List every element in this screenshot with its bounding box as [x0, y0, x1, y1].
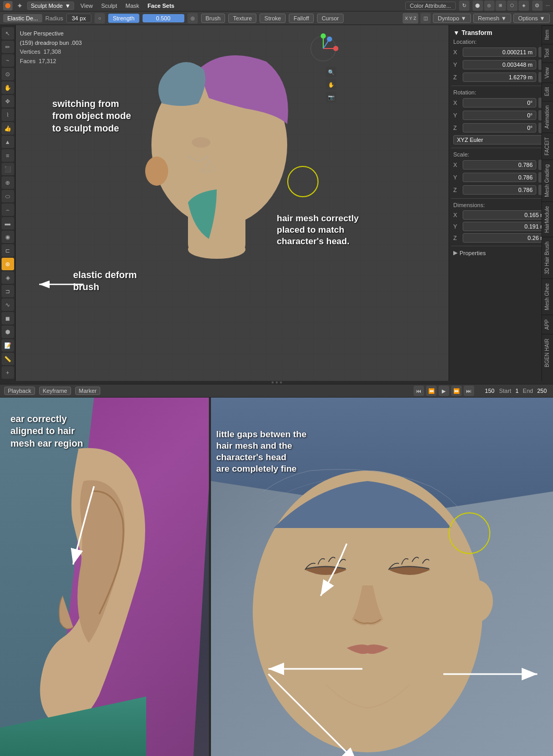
tool-topology[interactable]: ◈: [2, 271, 14, 284]
tab-tool[interactable]: Tool: [542, 44, 553, 62]
marker-btn[interactable]: Marker: [75, 387, 100, 395]
brush-name-label[interactable]: Elastic De...: [3, 14, 42, 22]
location-z[interactable]: 1.6279 m: [463, 73, 536, 82]
dim-x[interactable]: 0.165 m: [463, 210, 549, 220]
dim-y[interactable]: 0.191 m: [463, 222, 549, 231]
tool-clay-strips[interactable]: ≡: [2, 149, 14, 162]
main-viewport[interactable]: User Perspective (159) dreadrop bun .003…: [16, 25, 449, 381]
gizmo-icon-2[interactable]: ◎: [484, 1, 495, 11]
tab-mesh-grading[interactable]: Mesh Grading: [542, 160, 553, 201]
pressure-icon[interactable]: ◎: [187, 13, 198, 23]
tool-cloth[interactable]: ∿: [2, 298, 14, 311]
divider-3: [451, 198, 551, 199]
brush-dropdown[interactable]: Brush: [201, 14, 226, 23]
blender-icon[interactable]: [3, 1, 13, 10]
tool-boundary[interactable]: ⊐: [2, 285, 14, 297]
location-y[interactable]: 0.003448 m: [463, 60, 536, 69]
tool-face-sets[interactable]: ⬢: [2, 326, 14, 338]
tool-blob[interactable]: ⬭: [2, 190, 14, 202]
radius-value[interactable]: 34 px: [66, 14, 91, 23]
tab-app[interactable]: APP: [542, 315, 553, 334]
camera-icon[interactable]: 📷: [326, 92, 336, 102]
tool-mask[interactable]: ◼: [2, 312, 14, 325]
color-attr-button[interactable]: Color Attribute...: [405, 2, 456, 10]
playback-btn[interactable]: Playback: [4, 387, 35, 395]
brush-toolbar: Elastic De... Radius 34 px ○ Strength 0.…: [0, 11, 553, 25]
tool-cursor[interactable]: ↖: [2, 27, 14, 40]
dim-z[interactable]: 0.26 m: [463, 233, 549, 243]
tool-pinch[interactable]: ⊙: [2, 68, 14, 80]
xyz-gizmo[interactable]: X Y Z: [403, 13, 418, 23]
prev-frame-icon[interactable]: ⏪: [426, 386, 437, 396]
strength-slider[interactable]: 0.500: [143, 14, 184, 22]
properties-label[interactable]: Properties: [460, 250, 486, 256]
gizmo-icon-4[interactable]: ⬡: [507, 1, 517, 11]
tool-annotation[interactable]: 📝: [2, 339, 14, 352]
rotation-x[interactable]: 0°: [463, 98, 536, 107]
settings-icon[interactable]: ⚙: [532, 1, 543, 11]
menu-mask[interactable]: Mask: [123, 3, 141, 9]
dyntopo-btn[interactable]: Dyntopo ▼: [433, 14, 471, 23]
sync-icon[interactable]: ↻: [459, 1, 469, 11]
tab-view[interactable]: View: [542, 63, 553, 83]
tab-faceit[interactable]: FACEIT: [542, 133, 553, 160]
strength-btn[interactable]: Strength: [108, 14, 139, 23]
tool-smooth[interactable]: ~: [2, 54, 14, 67]
scale-y[interactable]: 0.786: [463, 173, 536, 182]
tool-fill[interactable]: ◉: [2, 231, 14, 243]
rotation-mode[interactable]: XYZ Euler: [453, 135, 549, 145]
gizmo-icon-5[interactable]: ◈: [519, 1, 529, 11]
tab-bgen-hair[interactable]: BGEN HAIR: [542, 334, 553, 371]
end-value[interactable]: 250: [535, 388, 549, 394]
gizmo-icon-3[interactable]: ⊞: [496, 1, 506, 11]
tab-animation[interactable]: Animation: [542, 101, 553, 133]
tool-draw[interactable]: ✏: [2, 41, 14, 53]
next-frame-icon[interactable]: ⏩: [451, 386, 462, 396]
tool-scrape[interactable]: ⊏: [2, 244, 14, 257]
tool-move[interactable]: ✥: [2, 95, 14, 107]
gizmo-icon-1[interactable]: ⬤: [473, 1, 483, 11]
play-fwd-icon[interactable]: ⏭: [464, 386, 474, 396]
start-value[interactable]: 1: [513, 388, 521, 394]
menu-face-sets[interactable]: Face Sets: [146, 3, 177, 9]
cursor-dropdown[interactable]: Cursor: [317, 14, 344, 23]
tab-mesh-ghee[interactable]: Mesh Ghee: [542, 279, 553, 315]
tab-hairmodule[interactable]: HairModule: [542, 201, 553, 237]
tool-measure[interactable]: 📏: [2, 353, 14, 365]
tool-clay[interactable]: ▲: [2, 136, 14, 148]
menu-view[interactable]: View: [78, 3, 95, 9]
tool-layer[interactable]: ⬛: [2, 163, 14, 175]
play-back-icon[interactable]: ⏮: [414, 386, 424, 396]
tool-flatten[interactable]: ▬: [2, 217, 14, 230]
keyframe-btn[interactable]: Keyframe: [39, 387, 71, 395]
menu-sculpt[interactable]: Sculpt: [99, 3, 120, 9]
tool-grab[interactable]: ✋: [2, 81, 14, 94]
rotation-y[interactable]: 0°: [463, 111, 536, 120]
location-x[interactable]: 0.000211 m: [463, 47, 536, 57]
tool-elastic-deform[interactable]: ⊛: [2, 258, 14, 270]
xray-icon[interactable]: ◫: [420, 13, 431, 23]
tab-item[interactable]: Item: [542, 25, 553, 44]
scale-z[interactable]: 0.786: [463, 185, 536, 195]
bottom-viewport[interactable]: ear correctly aligned to hair mesh ear r…: [0, 398, 553, 756]
falloff-dropdown[interactable]: Falloff: [289, 14, 314, 23]
play-icon[interactable]: ▶: [439, 386, 449, 396]
tool-snake[interactable]: ⌇: [2, 109, 14, 121]
tool-crease[interactable]: ⌢: [2, 203, 14, 216]
tool-thumb[interactable]: 👍: [2, 122, 14, 135]
options-btn[interactable]: Options ▼: [513, 14, 550, 23]
remesh-btn[interactable]: Remesh ▼: [473, 14, 511, 23]
tab-edit[interactable]: Edit: [542, 82, 553, 100]
sculpt-mode-dropdown[interactable]: Sculpt Mode ▼: [27, 2, 74, 10]
texture-dropdown[interactable]: Texture: [228, 14, 256, 23]
stroke-dropdown[interactable]: Stroke: [260, 14, 286, 23]
hand-icon[interactable]: ✋: [326, 79, 336, 90]
radius-icon[interactable]: ○: [95, 13, 105, 23]
tab-3d-hair[interactable]: 3D Hair Brush: [542, 237, 553, 279]
viewport-gizmo[interactable]: [308, 33, 339, 66]
rotation-z[interactable]: 0°: [463, 123, 536, 133]
scale-x[interactable]: 0.786: [463, 160, 536, 170]
tool-add[interactable]: +: [2, 366, 14, 379]
zoom-icon[interactable]: 🔍: [326, 67, 336, 77]
tool-inflate[interactable]: ⊕: [2, 176, 14, 189]
